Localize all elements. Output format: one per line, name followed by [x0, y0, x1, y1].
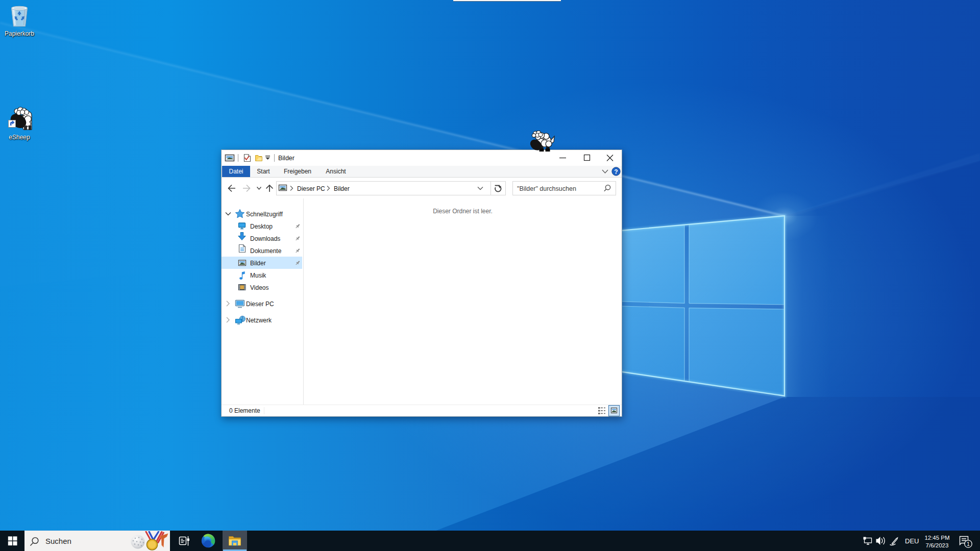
svg-text:Downloads: Downloads — [250, 235, 280, 242]
svg-text:DEU: DEU — [905, 537, 919, 545]
svg-text:Desktop: Desktop — [250, 223, 273, 230]
svg-text:12:45 PM: 12:45 PM — [924, 535, 949, 541]
svg-text:"Bilder" durchsuchen: "Bilder" durchsuchen — [517, 185, 576, 192]
svg-text:1: 1 — [967, 541, 970, 547]
svg-text:Bilder: Bilder — [278, 155, 295, 162]
svg-text:7/6/2023: 7/6/2023 — [926, 542, 949, 548]
svg-text:Dokumente: Dokumente — [250, 247, 282, 255]
svg-text:Dieser PC: Dieser PC — [297, 185, 325, 192]
svg-text:Dieser PC: Dieser PC — [246, 300, 274, 308]
svg-text:?: ? — [614, 168, 618, 176]
svg-text:Netzwerk: Netzwerk — [246, 317, 272, 324]
svg-text:Bilder: Bilder — [334, 185, 350, 192]
svg-text:Videos: Videos — [250, 284, 268, 291]
svg-text:Musik: Musik — [250, 272, 266, 279]
svg-text:Bilder: Bilder — [250, 260, 266, 267]
svg-text:Schnellzugriff: Schnellzugriff — [246, 211, 283, 218]
